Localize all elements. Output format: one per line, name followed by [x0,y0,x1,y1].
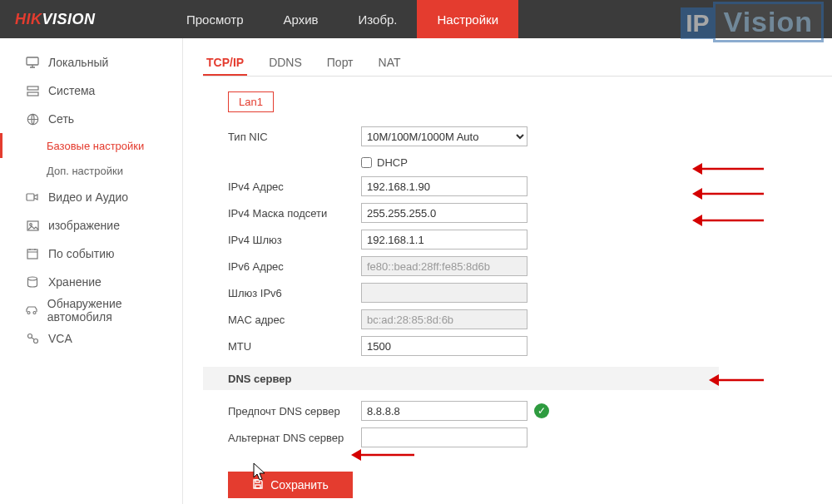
dns-alt-label: Альтернат DNS сервер [228,432,361,444]
sidebar-item-label: изображение [48,219,120,232]
ipv6-gw-label: Шлюз IPv6 [228,287,361,299]
sidebar-item-label: Обнаружение автомобиля [47,297,182,324]
dns-pref-label: Предпочт DNS сервер [228,405,361,418]
topnav-archive[interactable]: Архив [264,0,339,38]
save-label: Сохранить [270,478,329,492]
sidebar-item-local[interactable]: Локальный [0,48,182,77]
sidebar-item-event[interactable]: По событию [0,240,182,268]
sidebar-item-label: Локальный [48,56,108,69]
subtab-ddns[interactable]: DDNS [265,50,305,76]
av-icon [23,191,42,203]
check-icon: ✓ [534,403,549,418]
row-ipv4-gw: IPv4 Шлюз [228,227,832,252]
subtab-nat[interactable]: NAT [375,50,404,76]
row-ipv6-gw: Шлюз IPv6 [228,280,832,305]
logo: HIKVISION [0,0,166,38]
svg-rect-2 [27,92,38,96]
ipv6-addr-input [361,256,527,276]
ipv4-gw-label: IPv4 Шлюз [228,234,361,246]
sidebar-item-label: Сеть [48,112,74,126]
topnav-settings[interactable]: Настройки [417,0,518,38]
topbar: HIKVISION Просмотр Архив Изобр. Настройк… [0,0,832,38]
row-nic-type: Тип NIC 10M/100M/1000M Auto [228,124,832,149]
nic-type-label: Тип NIC [228,131,361,143]
sidebar-item-network[interactable]: Сеть [0,105,182,133]
sidebar-item-label: Видео и Аудио [48,190,128,204]
event-icon [23,248,42,259]
system-icon [23,86,42,96]
svg-rect-0 [27,57,38,65]
sidebar-item-label: Хранение [48,275,102,289]
sidebar-sub-basic[interactable]: Базовые настройки [0,133,182,158]
sidebar-item-image[interactable]: изображение [0,211,182,240]
row-mtu: MTU [228,334,832,358]
ipv4-gw-input[interactable] [361,230,527,250]
svg-point-9 [27,312,30,314]
form: Тип NIC 10M/100M/1000M Auto DHCP IPv4 Ад… [228,124,832,358]
svg-rect-13 [255,480,260,482]
save-icon [252,478,264,492]
svg-point-8 [28,277,37,280]
storage-icon [23,276,42,288]
row-mac: MAC адрес [228,307,832,332]
dhcp-label[interactable]: DHCP [377,156,408,169]
monitor-icon [23,57,42,68]
nic-type-select[interactable]: 10M/100M/1000M Auto [361,126,527,146]
vca-icon [23,333,42,344]
dns-pref-input[interactable] [361,401,527,421]
sidebar-sub-advanced[interactable]: Доп. настройки [0,158,182,183]
row-ipv4-mask: IPv4 Маска подсети [228,200,832,225]
subtab-port[interactable]: Порт [324,50,357,76]
svg-point-11 [27,334,32,338]
mtu-label: MTU [228,340,361,353]
svg-rect-1 [27,86,38,90]
row-dns-pref: Предпочт DNS сервер ✓ [228,398,832,423]
layout: Локальный Система Сеть Базовые настройки… [0,38,832,504]
mac-input [361,309,527,329]
subtab-tcpip[interactable]: TCP/IP [203,50,247,76]
subtabs: TCP/IP DDNS Порт NAT [203,50,832,77]
sidebar: Локальный Система Сеть Базовые настройки… [0,38,183,504]
ipv4-addr-input[interactable] [361,176,527,196]
svg-rect-14 [255,485,260,488]
save-button[interactable]: Сохранить [228,472,353,498]
sidebar-item-label: По событию [48,247,115,260]
dns-form: Предпочт DNS сервер ✓ Альтернат DNS серв… [228,398,832,450]
ipv6-addr-label: IPv6 Адрес [228,260,361,273]
ipv6-gw-input [361,283,527,303]
sidebar-item-storage[interactable]: Хранение [0,268,182,296]
sidebar-item-label: Система [48,84,95,97]
svg-point-12 [33,339,37,343]
sidebar-item-vehicle[interactable]: Обнаружение автомобиля [0,296,182,324]
sidebar-item-system[interactable]: Система [0,77,182,105]
ipv4-mask-input[interactable] [361,203,527,223]
logo-prefix: HIK [15,11,42,28]
row-dns-alt: Альтернат DNS сервер [228,425,832,450]
svg-rect-4 [27,194,34,200]
lan-tab[interactable]: Lan1 [228,91,274,112]
topnav-image[interactable]: Изобр. [339,0,418,38]
sidebar-item-vca[interactable]: VCA [0,324,182,353]
mac-label: MAC адрес [228,314,361,326]
svg-point-6 [29,223,32,225]
image-icon [23,220,42,231]
dns-section-header: DNS сервер [203,367,719,390]
car-icon [23,305,41,315]
row-ipv6-addr: IPv6 Адрес [228,254,832,279]
svg-point-10 [33,312,36,314]
globe-icon [23,113,42,126]
row-ipv4-addr: IPv4 Адрес [228,174,832,199]
dhcp-checkbox[interactable] [361,157,372,168]
topnav-preview[interactable]: Просмотр [166,0,264,38]
ipv4-mask-label: IPv4 Маска подсети [228,207,361,220]
svg-rect-7 [27,250,37,259]
logo-suffix: VISION [42,11,96,28]
main-content: TCP/IP DDNS Порт NAT Lan1 Тип NIC 10M/10… [183,38,832,504]
sidebar-item-av[interactable]: Видео и Аудио [0,183,182,211]
topnav: Просмотр Архив Изобр. Настройки [166,0,518,38]
row-dhcp: DHCP [361,151,832,174]
dns-alt-input[interactable] [361,427,527,447]
sidebar-item-label: VCA [48,332,72,345]
mtu-input[interactable] [361,336,527,356]
ipv4-addr-label: IPv4 Адрес [228,180,361,193]
